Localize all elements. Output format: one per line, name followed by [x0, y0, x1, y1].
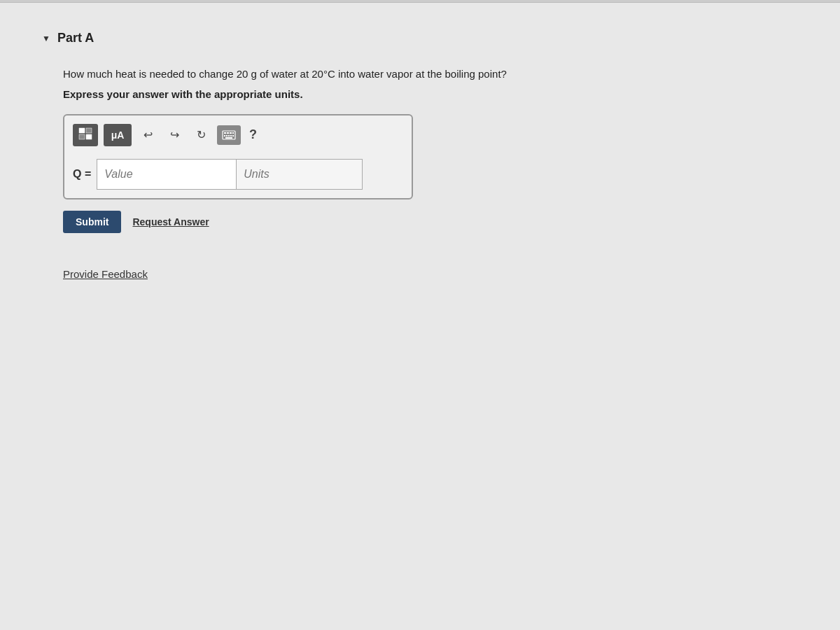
reset-icon[interactable]: ↻ — [190, 125, 211, 146]
svg-rect-8 — [232, 132, 234, 134]
svg-rect-3 — [86, 134, 92, 139]
answer-box: μA ↩ ↪ ↻ — [63, 114, 413, 200]
svg-rect-6 — [227, 132, 229, 134]
units-input[interactable] — [237, 159, 363, 190]
main-container: ▼ Part A How much heat is needed to chan… — [0, 3, 840, 309]
svg-rect-14 — [225, 137, 232, 139]
submit-button[interactable]: Submit — [63, 211, 121, 233]
collapse-arrow-icon[interactable]: ▼ — [42, 34, 50, 43]
help-icon[interactable]: ? — [249, 127, 257, 142]
svg-rect-11 — [228, 135, 230, 136]
question-area: How much heat is needed to change 20 g o… — [63, 66, 798, 281]
question-text: How much heat is needed to change 20 g o… — [63, 66, 798, 83]
matrix-button[interactable] — [73, 124, 98, 146]
question-instruction: Express your answer with the appropriate… — [63, 88, 798, 100]
request-answer-button[interactable]: Request Answer — [132, 216, 209, 227]
input-row: Q = — [73, 159, 403, 190]
mu-label: μA — [111, 130, 125, 141]
undo-icon[interactable]: ↩ — [137, 125, 158, 146]
redo-icon[interactable]: ↪ — [164, 125, 185, 146]
svg-rect-10 — [226, 135, 227, 136]
svg-rect-0 — [79, 128, 85, 133]
provide-feedback-link[interactable]: Provide Feedback — [63, 268, 148, 280]
buttons-row: Submit Request Answer — [63, 211, 798, 233]
svg-rect-9 — [224, 135, 225, 136]
svg-rect-13 — [232, 135, 234, 136]
svg-rect-7 — [230, 132, 232, 134]
value-input[interactable] — [97, 159, 237, 190]
svg-rect-12 — [230, 135, 232, 136]
mu-button[interactable]: μA — [104, 124, 132, 146]
svg-rect-1 — [86, 128, 92, 133]
keyboard-icon[interactable] — [217, 125, 241, 145]
svg-rect-2 — [79, 134, 85, 139]
toolbar: μA ↩ ↪ ↻ — [73, 124, 403, 152]
part-header: ▼ Part A — [42, 31, 798, 46]
q-label: Q = — [73, 168, 91, 181]
svg-rect-5 — [224, 132, 226, 134]
matrix-icon — [78, 127, 92, 142]
part-title: Part A — [57, 31, 94, 46]
